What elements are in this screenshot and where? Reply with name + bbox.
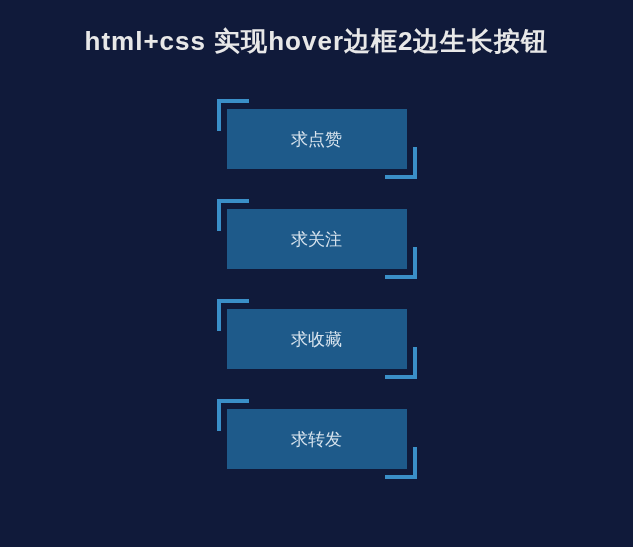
favorite-button[interactable]: 求收藏 [227,309,407,369]
like-button[interactable]: 求点赞 [227,109,407,169]
button-label: 求转发 [291,428,342,451]
button-label: 求点赞 [291,128,342,151]
button-container: 求点赞 求关注 求收藏 求转发 [0,109,633,469]
button-label: 求收藏 [291,328,342,351]
page-title: html+css 实现hover边框2边生长按钮 [0,0,633,59]
share-button[interactable]: 求转发 [227,409,407,469]
follow-button[interactable]: 求关注 [227,209,407,269]
button-label: 求关注 [291,228,342,251]
